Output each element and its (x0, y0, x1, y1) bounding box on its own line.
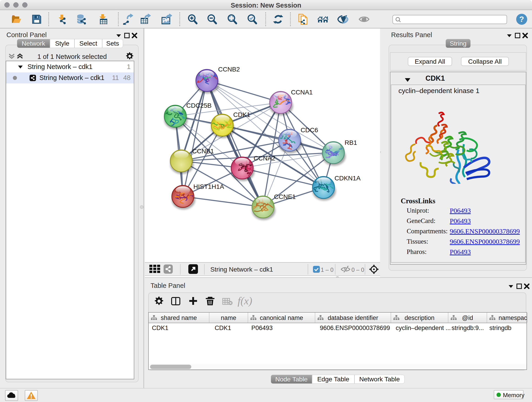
svg-text:CCNA1: CCNA1 (291, 89, 313, 96)
svg-text:CCNB1: CCNB1 (192, 148, 214, 155)
svg-text:CDC6: CDC6 (301, 127, 318, 134)
svg-text:CCNE1: CCNE1 (274, 193, 296, 200)
svg-text:CCNB2: CCNB2 (218, 66, 240, 73)
svg-text:HIST1H1A: HIST1H1A (193, 183, 224, 190)
svg-text:CCNA2: CCNA2 (254, 155, 275, 162)
svg-text:RB1: RB1 (345, 139, 357, 146)
svg-text:?: ? (519, 15, 524, 23)
svg-text:CDK1: CDK1 (233, 111, 250, 118)
svg-text:CDKN1A: CDKN1A (335, 175, 361, 182)
svg-text:CDC25B: CDC25B (186, 102, 211, 109)
